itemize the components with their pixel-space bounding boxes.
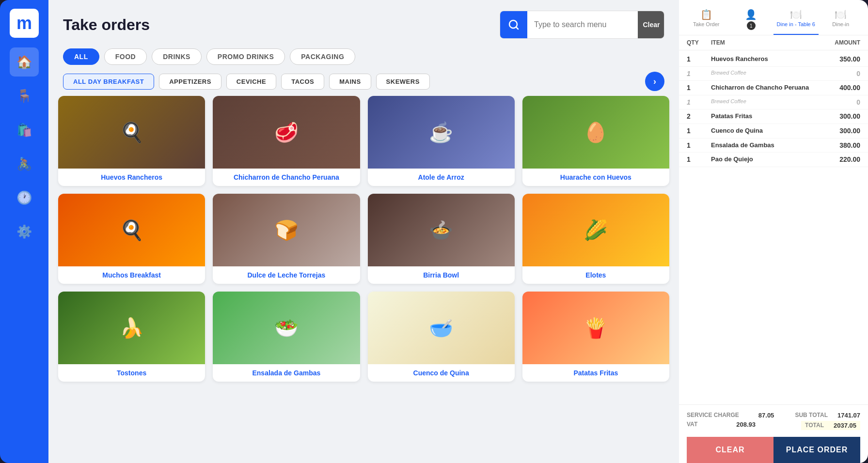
order-amount: 220.00 [817, 155, 860, 163]
menu-item-name: Tostones [58, 364, 205, 382]
vat-value: 208.93 [736, 421, 756, 433]
order-items: 1 Huevos Rancheros 350.00 1 Brewed Coffe… [679, 50, 868, 404]
menu-item-muchos-breakfast[interactable]: 🍳 Muchos Breakfast [58, 194, 205, 284]
order-row[interactable]: 1 Brewed Coffee 0 [679, 67, 868, 81]
category-tabs: ALL FOOD DRINKS PROMO DRINKS PACKAGING [48, 44, 679, 70]
dine-in-table6-icon: 🍽️ [790, 9, 802, 20]
order-row[interactable]: 2 Patatas Fritas 300.00 [679, 109, 868, 124]
menu-item-name: Elotes [522, 266, 669, 284]
order-amount: 400.00 [817, 84, 860, 92]
order-row[interactable]: 1 Huevos Rancheros 350.00 [679, 52, 868, 67]
vat-label: VAT [687, 421, 697, 433]
order-tab-label: Take Order [693, 21, 719, 27]
col-amount: AMOUNT [817, 39, 860, 46]
order-qty: 1 [687, 98, 711, 106]
sidebar-item-home[interactable]: 🏠 [10, 47, 39, 77]
tab-drinks[interactable]: DRINKS [152, 48, 202, 65]
app-logo: m [10, 9, 39, 38]
tab-all[interactable]: ALL [63, 48, 99, 65]
dine-in-badge: 1 [747, 21, 756, 30]
sidebar-item-history[interactable]: 🕐 [10, 183, 39, 212]
subtab-all-day-breakfast[interactable]: ALL DAY BREAKFAST [63, 74, 154, 90]
menu-item-name: Huevos Rancheros [58, 169, 205, 186]
order-qty: 1 [687, 55, 711, 63]
order-item-name: Ensalada de Gambas [711, 141, 817, 150]
order-row[interactable]: 1 Brewed Coffee 0 [679, 95, 868, 109]
col-item: ITEM [711, 39, 817, 46]
menu-item-ensalada-gambas[interactable]: 🥗 Ensalada de Gambas [213, 292, 360, 382]
col-qty: QTY [687, 39, 711, 46]
page-title: Take orders [63, 16, 490, 34]
order-row[interactable]: 1 Pao de Quiejo 220.00 [679, 153, 868, 167]
subtab-mains[interactable]: MAINS [329, 74, 371, 90]
dine-in-icon: 🍽️ [835, 9, 847, 20]
menu-item-atole[interactable]: ☕ Atole de Arroz [368, 96, 515, 186]
order-qty: 1 [687, 141, 711, 149]
menu-item-image: 🍳 [58, 96, 205, 169]
subtab-appetizers[interactable]: APPETIZERS [159, 74, 221, 90]
subtab-skewers[interactable]: SKEWERS [376, 74, 430, 90]
menu-item-image: 🥣 [368, 292, 515, 364]
sidebar-item-settings[interactable]: ⚙️ [10, 217, 39, 246]
tab-food[interactable]: FOOD [104, 48, 147, 65]
order-tab-take-order[interactable]: 📋 Take Order [684, 5, 729, 35]
menu-item-patatas-fritas[interactable]: 🍟 Patatas Fritas [522, 292, 669, 382]
dine-in-1-icon: 👤 [745, 9, 757, 20]
order-table-header: QTY ITEM AMOUNT [679, 35, 868, 50]
menu-item-image: 🍳 [58, 194, 205, 266]
order-footer: SERVICE CHARGE 87.05 SUB TOTAL 1741.07 V… [679, 404, 868, 463]
menu-item-image: 🌽 [522, 194, 669, 266]
order-item-name: Cuenco de Quina [711, 127, 817, 135]
order-qty: 2 [687, 112, 711, 120]
total-value: 2037.05 [834, 422, 856, 429]
order-amount: 300.00 [817, 127, 860, 135]
sub-total-label: SUB TOTAL [795, 412, 828, 419]
menu-item-image: 🥗 [213, 292, 360, 364]
menu-item-chicharron[interactable]: 🥩 Chicharron de Chancho Peruana [213, 96, 360, 186]
clear-button[interactable]: CLEAR [687, 437, 773, 463]
tab-promo-drinks[interactable]: PROMO DRINKS [206, 48, 285, 65]
subtab-tacos[interactable]: TACOS [281, 74, 324, 90]
clear-search-button[interactable]: Clear [638, 11, 664, 38]
service-charge-label: SERVICE CHARGE [687, 412, 739, 419]
tab-packaging[interactable]: PACKAGING [290, 48, 355, 65]
search-input[interactable] [527, 20, 638, 29]
order-qty: 1 [687, 84, 711, 92]
subcategory-tabs: ALL DAY BREAKFAST APPETIZERS CEVICHE TAC… [48, 70, 679, 96]
logo-letter: m [16, 13, 32, 33]
order-tab-dine-in-table6[interactable]: 🍽️ Dine in - Table 6 [773, 5, 819, 35]
order-row[interactable]: 1 Ensalada de Gambas 380.00 [679, 139, 868, 153]
menu-item-cuenco-quina[interactable]: 🥣 Cuenco de Quina [368, 292, 515, 382]
menu-item-elotes[interactable]: 🌽 Elotes [522, 194, 669, 284]
place-order-button[interactable]: PLACE ORDER [773, 437, 860, 463]
order-amount: 0 [817, 70, 860, 77]
order-item-name: Patatas Fritas [711, 112, 817, 121]
order-item-name: Huevos Rancheros [711, 55, 817, 63]
sidebar-item-orders[interactable]: 🛍️ [10, 115, 39, 144]
search-bar: Clear [500, 11, 664, 39]
menu-item-tostones[interactable]: 🍌 Tostones [58, 292, 205, 382]
menu-item-name: Cuenco de Quina [368, 364, 515, 382]
order-item-sub: Brewed Coffee [711, 98, 817, 104]
order-tab-dine-in-1[interactable]: 👤 1 [729, 5, 774, 35]
menu-item-name: Birria Bowl [368, 266, 515, 284]
order-row[interactable]: 1 Cuenco de Quina 300.00 [679, 124, 868, 139]
order-qty: 1 [687, 155, 711, 163]
menu-item-image: 🍟 [522, 292, 669, 364]
order-qty: 1 [687, 70, 711, 77]
menu-item-dulce-torrejas[interactable]: 🍞 Dulce de Leche Torrejas [213, 194, 360, 284]
sidebar-item-delivery[interactable]: 🚴 [10, 149, 39, 178]
main-content: Take orders Clear ALL FOOD DRINKS PROMO … [48, 0, 679, 463]
menu-item-huarache[interactable]: 🥚 Huarache con Huevos [522, 96, 669, 186]
order-item-name: Chicharron de Chancho Peruana [711, 84, 817, 92]
subtab-ceviche[interactable]: CEVICHE [226, 74, 276, 90]
menu-item-birria-bowl[interactable]: 🍲 Birria Bowl [368, 194, 515, 284]
subcategory-next-button[interactable]: › [645, 72, 664, 91]
order-tab-dine-in[interactable]: 🍽️ Dine-in [819, 5, 864, 35]
menu-item-image: 🥚 [522, 96, 669, 169]
search-icon-button[interactable] [500, 11, 527, 38]
order-row[interactable]: 1 Chicharron de Chancho Peruana 400.00 [679, 81, 868, 95]
sidebar-item-tables[interactable]: 🪑 [10, 81, 39, 110]
menu-item-huevos-rancheros[interactable]: 🍳 Huevos Rancheros [58, 96, 205, 186]
take-order-icon: 📋 [700, 9, 712, 20]
